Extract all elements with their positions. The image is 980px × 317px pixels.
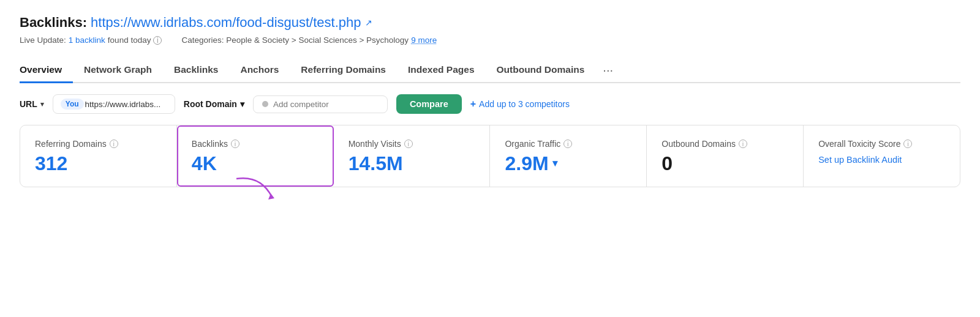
competitor-dot-icon [262,101,268,107]
url-display: https://www.idrlabs... [85,100,161,109]
url-dropdown-chevron-icon: ▾ [40,100,44,108]
competitor-input-wrapper[interactable] [253,95,388,113]
root-domain-label: Root Domain [184,99,237,109]
backlinks-info-icon: i [231,140,239,148]
tab-network-graph[interactable]: Network Graph [73,58,163,83]
overall-toxicity-info-icon: i [903,140,912,148]
tab-outbound-domains[interactable]: Outbound Domains [486,58,596,83]
add-competitors-link[interactable]: + Add up to 3 competitors [470,99,570,110]
nav-tabs: Overview Network Graph Backlinks Anchors… [20,58,960,83]
backlink-count[interactable]: 1 backlink [69,35,105,45]
tab-anchors[interactable]: Anchors [229,58,290,83]
stat-overall-toxicity: Overall Toxicity Score i Set up Backlink… [804,125,960,187]
setup-backlink-audit-link[interactable]: Set up Backlink Audit [818,155,902,165]
backlinks-label-text: Backlinks [192,139,228,149]
url-input-wrapper: You https://www.idrlabs... [53,94,175,114]
header-url[interactable]: https://www.idrlabs.com/food-disgust/tes… [91,15,361,31]
organic-traffic-info-icon: i [564,140,572,148]
backlinks-label: Backlinks: [20,15,87,31]
stat-organic-traffic: Organic Traffic i 2.9M ▾ [490,125,647,187]
stat-label-backlinks: Backlinks i [192,139,318,149]
root-domain-chevron-icon: ▾ [240,99,244,109]
page-header: Backlinks: https://www.idrlabs.com/food-… [20,15,960,31]
external-link-icon[interactable]: ↗ [365,18,372,28]
stat-monthly-visits: Monthly Visits i 14.5M [334,125,491,187]
backlinks-arrow [224,174,285,210]
add-competitors-label: Add up to 3 competitors [479,99,570,109]
controls-row: URL ▾ You https://www.idrlabs... Root Do… [20,83,960,122]
overall-toxicity-label-text: Overall Toxicity Score [818,139,900,149]
stat-label-monthly-visits: Monthly Visits i [349,139,475,149]
monthly-visits-label-text: Monthly Visits [349,139,401,149]
tab-more[interactable]: ··· [595,59,620,83]
url-dropdown[interactable]: URL ▾ [20,99,44,109]
stat-outbound-domains: Outbound Domains i 0 [647,125,804,187]
referring-domains-label-text: Referring Domains [35,139,107,149]
you-badge: You [61,99,84,110]
svg-marker-0 [268,193,274,200]
stat-label-referring-domains: Referring Domains i [35,139,162,149]
tab-overview[interactable]: Overview [20,58,73,83]
stat-label-organic-traffic: Organic Traffic i [505,139,631,149]
live-update-suffix: found today [108,35,151,45]
outbound-domains-label-text: Outbound Domains [662,139,736,149]
referring-domains-info-icon: i [110,140,118,148]
referring-domains-value[interactable]: 312 [35,154,162,173]
stat-label-overall-toxicity: Overall Toxicity Score i [818,139,945,149]
stat-label-outbound-domains: Outbound Domains i [662,139,788,149]
compare-button[interactable]: Compare [396,94,462,114]
monthly-visits-info-icon: i [404,140,413,148]
header-subtitle: Live Update: 1 backlink found today i Ca… [20,35,960,45]
outbound-domains-info-icon: i [739,140,747,148]
organic-traffic-value[interactable]: 2.9M ▾ [505,154,631,173]
root-domain-dropdown[interactable]: Root Domain ▾ [184,99,244,109]
tab-indexed-pages[interactable]: Indexed Pages [397,58,486,83]
url-dropdown-label: URL [20,99,37,109]
stat-backlinks: Backlinks i 4K [177,125,334,187]
organic-traffic-chevron-icon[interactable]: ▾ [552,158,557,168]
live-update-info-icon: i [153,36,162,45]
organic-traffic-number: 2.9M [505,154,548,173]
outbound-domains-value[interactable]: 0 [662,154,788,173]
stat-referring-domains: Referring Domains i 312 [20,125,177,187]
tab-backlinks[interactable]: Backlinks [163,58,229,83]
categories-label: Categories: People & Society > Social Sc… [181,35,409,45]
stats-row: Referring Domains i 312 Backlinks i 4K [20,125,960,187]
live-update-prefix: Live Update: [20,35,66,45]
organic-traffic-label-text: Organic Traffic [505,139,560,149]
plus-icon: + [470,99,476,110]
backlinks-value[interactable]: 4K [192,154,318,173]
monthly-visits-value[interactable]: 14.5M [349,154,475,173]
more-categories-link[interactable]: 9 more [411,35,437,45]
competitor-input[interactable] [273,100,359,109]
tab-referring-domains[interactable]: Referring Domains [290,58,397,83]
